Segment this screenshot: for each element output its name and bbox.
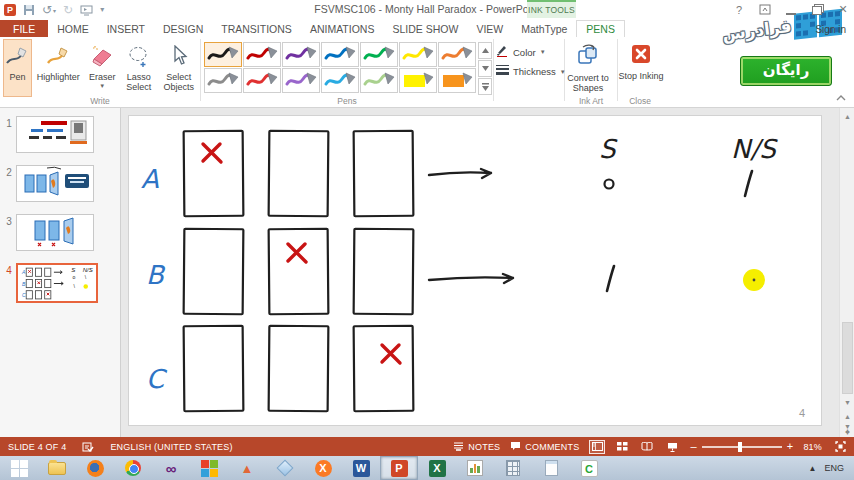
minimize-icon[interactable] <box>784 4 798 16</box>
gallery-up-icon[interactable] <box>478 42 492 59</box>
pen-swatch-9[interactable] <box>243 68 281 93</box>
pen-swatch-1[interactable] <box>204 42 242 67</box>
reading-view-icon[interactable] <box>639 440 655 454</box>
input-language-indicator[interactable]: ENG <box>824 463 844 473</box>
slide-show-view-icon[interactable] <box>664 440 680 454</box>
taskbar-powerpoint-icon[interactable]: P <box>380 456 418 480</box>
fit-slide-to-window-icon[interactable] <box>832 440 848 454</box>
slide-canvas[interactable]: ABCSN/S 4 <box>128 115 822 426</box>
taskbar-chrome-icon[interactable] <box>114 456 152 480</box>
scroll-up-icon[interactable]: ▲ <box>840 110 854 124</box>
pen-swatch-13[interactable] <box>399 68 437 93</box>
thickness-dropdown[interactable]: Thickness▼ <box>496 65 564 78</box>
pen-swatch-5[interactable] <box>360 42 398 67</box>
ribbon-display-options-icon[interactable] <box>758 4 772 16</box>
slide-thumbnail-1[interactable]: 1 <box>2 116 120 153</box>
taskbar-calculator-icon[interactable] <box>494 456 532 480</box>
scrollbar-thumb[interactable] <box>842 322 853 394</box>
previous-slide-icon[interactable]: ▲▲ <box>840 410 854 424</box>
slide-thumbnail-3[interactable]: 3 <box>2 214 120 251</box>
taskbar-camtasia-icon[interactable]: C <box>570 456 608 480</box>
taskbar-notepad-icon[interactable] <box>532 456 570 480</box>
pen-swatch-7[interactable] <box>438 42 476 67</box>
taskbar-word-icon[interactable]: W <box>342 456 380 480</box>
vertical-scrollbar[interactable]: ▲ ▼ ▲▲ ▼▼ <box>839 108 854 437</box>
eraser-button[interactable]: Eraser▼ <box>85 39 121 97</box>
taskbar-xampp-icon[interactable]: X <box>304 456 342 480</box>
pen-swatch-3[interactable] <box>282 42 320 67</box>
taskbar-windows-start-icon[interactable] <box>0 456 38 480</box>
pen-swatch-2[interactable] <box>243 42 281 67</box>
normal-view-icon[interactable] <box>589 440 605 454</box>
select-objects-button[interactable]: Select Objects <box>158 39 200 97</box>
color-dropdown[interactable]: Color▼ <box>496 45 564 59</box>
gallery-down-icon[interactable] <box>478 60 492 77</box>
color-icon <box>496 45 509 59</box>
tab-transitions[interactable]: TRANSITIONS <box>212 20 301 37</box>
zoom-slider[interactable]: – + <box>690 442 793 451</box>
pen-swatch-6[interactable] <box>399 42 437 67</box>
pen-swatch-14[interactable] <box>438 68 476 93</box>
tab-insert[interactable]: INSERT <box>98 20 154 37</box>
slide-indicator[interactable]: SLIDE 4 OF 4 <box>8 442 66 452</box>
pen-swatch-12[interactable] <box>360 68 398 93</box>
taskbar-cube-app-icon[interactable] <box>266 456 304 480</box>
restore-icon[interactable] <box>810 4 824 16</box>
convert-to-shapes-button[interactable]: Convert to Shapes <box>565 39 611 93</box>
taskbar-excel-icon[interactable]: X <box>418 456 456 480</box>
zoom-level[interactable]: 81% <box>803 442 822 452</box>
language-indicator[interactable]: ENGLISH (UNITED STATES) <box>110 442 232 452</box>
tab-home[interactable]: HOME <box>48 20 98 37</box>
pen-icon <box>5 43 29 69</box>
tab-view[interactable]: VIEW <box>467 20 512 37</box>
zoom-out-icon[interactable]: – <box>690 442 696 451</box>
status-bar-left: SLIDE 4 OF 4 ENGLISH (UNITED STATES) <box>0 440 233 454</box>
slide-sorter-view-icon[interactable] <box>614 440 630 454</box>
slide-thumbnail-image[interactable]: SN/So\\ABC <box>16 263 98 303</box>
slide-thumbnail-2[interactable]: 2 <box>2 165 120 202</box>
lasso-select-button[interactable]: Lasso Select <box>120 39 157 97</box>
slide-thumbnail-image[interactable] <box>16 214 94 251</box>
taskbar-file-explorer-icon[interactable] <box>38 456 76 480</box>
sign-in-link[interactable]: Sign in <box>815 24 846 35</box>
highlighter-button[interactable]: Highlighter <box>32 39 85 97</box>
faradars-free-badge[interactable]: رایگان <box>740 56 832 86</box>
slide-thumbnail-image[interactable] <box>16 116 94 153</box>
tab-slide-show[interactable]: SLIDE SHOW <box>383 20 467 37</box>
gallery-more-icon[interactable] <box>478 78 492 95</box>
close-group: Stop Inking Close <box>618 37 662 107</box>
close-icon[interactable] <box>836 4 850 16</box>
eraser-icon <box>89 43 115 69</box>
spell-check-icon[interactable] <box>80 440 96 454</box>
scroll-down-icon[interactable]: ▼ <box>840 396 854 410</box>
pen-button[interactable]: Pen <box>3 39 32 97</box>
comments-toggle[interactable]: COMMENTS <box>510 441 579 453</box>
notes-toggle[interactable]: NOTES <box>453 441 500 453</box>
slide-thumbnail-4[interactable]: 4SN/So\\ABC <box>2 263 120 303</box>
tab-animations[interactable]: ANIMATIONS <box>301 20 384 37</box>
svg-text:C: C <box>22 292 26 298</box>
show-hidden-icons-icon[interactable]: ▲ <box>809 464 817 473</box>
taskbar-firefox-icon[interactable] <box>76 456 114 480</box>
collapse-ribbon-icon[interactable] <box>836 87 846 105</box>
notes-label: NOTES <box>468 442 500 452</box>
tab-design[interactable]: DESIGN <box>154 20 212 37</box>
slide-thumbnail-image[interactable] <box>16 165 94 202</box>
tab-file[interactable]: FILE <box>0 20 48 37</box>
help-icon[interactable]: ? <box>732 4 746 16</box>
taskbar-stats-app-icon[interactable] <box>456 456 494 480</box>
zoom-track[interactable] <box>702 446 782 448</box>
taskbar-visual-studio-icon[interactable]: ∞ <box>152 456 190 480</box>
stop-inking-button[interactable]: Stop Inking <box>618 39 664 81</box>
zoom-thumb[interactable] <box>738 442 742 452</box>
taskbar-windows-colored-icon[interactable] <box>190 456 228 480</box>
taskbar-matlab-icon[interactable]: ▲ <box>228 456 266 480</box>
pen-swatch-11[interactable] <box>321 68 359 93</box>
next-slide-icon[interactable]: ▼▼ <box>840 424 854 438</box>
pen-swatch-8[interactable] <box>204 68 242 93</box>
tab-mathtype[interactable]: MathType <box>512 20 576 37</box>
zoom-in-icon[interactable]: + <box>787 442 794 451</box>
pen-swatch-4[interactable] <box>321 42 359 67</box>
pen-swatch-10[interactable] <box>282 68 320 93</box>
tab-pens[interactable]: PENS <box>576 20 625 37</box>
